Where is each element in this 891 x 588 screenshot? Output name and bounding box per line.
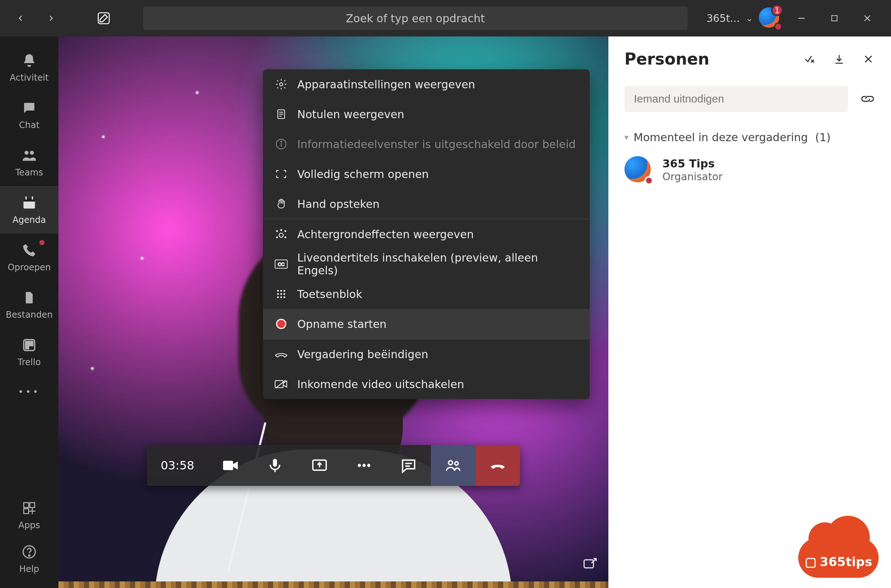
svg-rect-19: [584, 560, 594, 568]
svg-point-40: [280, 293, 282, 295]
minimize-button[interactable]: [785, 5, 818, 32]
mic-toggle-button[interactable]: [253, 445, 297, 486]
in-meeting-section-header[interactable]: ▾ Momenteel in deze vergadering (1): [625, 131, 875, 144]
popout-button[interactable]: [578, 552, 602, 575]
menu-label: Apparaatinstellingen weergeven: [297, 78, 475, 91]
rail-item-help[interactable]: Help: [0, 537, 59, 581]
rail-label: Teams: [15, 167, 43, 178]
compose-button[interactable]: [90, 5, 117, 32]
svg-point-20: [280, 83, 283, 86]
copy-link-button[interactable]: [860, 92, 875, 106]
menu-item-fullscreen[interactable]: Volledig scherm openen: [263, 159, 590, 189]
manage-permissions-button[interactable]: [803, 52, 817, 66]
menu-label: Notulen weergeven: [297, 108, 404, 121]
bell-icon: [21, 52, 38, 69]
menu-item-device-settings[interactable]: Apparaatinstellingen weergeven: [263, 69, 590, 99]
rail-item-calendar[interactable]: Agenda: [0, 186, 59, 234]
svg-point-56: [455, 462, 458, 465]
video-off-icon: [275, 378, 288, 391]
svg-point-31: [277, 237, 277, 238]
watermark-logo: ▢ 365tips: [798, 530, 879, 578]
file-icon: [21, 289, 38, 306]
call-toolbar: 03:58: [147, 445, 520, 486]
hangup-button[interactable]: [476, 445, 520, 486]
menu-item-end-meeting[interactable]: Vergadering beëindigen: [263, 339, 590, 369]
decorative-strip: [59, 581, 608, 588]
rail-item-files[interactable]: Bestanden: [0, 281, 59, 328]
help-icon: [21, 543, 38, 560]
app-rail: Activiteit Chat Teams Agenda Oproepen: [0, 36, 59, 588]
rail-label: Agenda: [12, 215, 46, 225]
svg-rect-8: [23, 198, 35, 202]
svg-point-55: [449, 461, 452, 465]
more-actions-button[interactable]: [342, 445, 386, 486]
share-screen-button[interactable]: [297, 445, 342, 486]
notification-badge: 1: [771, 4, 783, 16]
rail-item-apps[interactable]: Apps: [0, 493, 59, 537]
account-short-label: 365t...: [707, 12, 740, 24]
svg-point-33: [281, 230, 282, 231]
svg-line-46: [276, 380, 286, 388]
menu-label: Toetsenblok: [297, 288, 362, 301]
menu-label: Vergadering beëindigen: [297, 348, 428, 361]
video-stage: Apparaatinstellingen weergeven Notulen w…: [59, 36, 608, 588]
chat-button[interactable]: [386, 445, 431, 486]
menu-label: Informatiedeelvenster is uitgeschakeld d…: [297, 138, 576, 151]
rail-label: Activiteit: [10, 73, 48, 83]
svg-rect-14: [24, 502, 29, 507]
titlebar: Zoek of typ een opdracht 365t... ⌄ 1: [0, 0, 891, 36]
section-label: Momenteel in deze vergadering: [634, 131, 808, 144]
nav-back-button[interactable]: [7, 5, 34, 32]
window-controls: [785, 5, 884, 32]
account-button[interactable]: 365t... ⌄ 1: [707, 7, 781, 29]
caret-down-icon: ▾: [625, 133, 628, 142]
close-button[interactable]: [851, 5, 884, 32]
svg-rect-15: [30, 502, 35, 507]
chevron-down-icon: ⌄: [746, 13, 753, 23]
calendar-icon: [21, 194, 38, 211]
people-panel-button[interactable]: [431, 445, 476, 486]
rail-item-trello[interactable]: Trello: [0, 328, 59, 376]
svg-point-43: [280, 296, 282, 298]
keypad-icon: [275, 287, 288, 301]
menu-item-disable-incoming-video[interactable]: Inkomende video uitschakelen: [263, 369, 590, 399]
apps-icon: [21, 500, 38, 516]
invite-input[interactable]: [625, 86, 848, 112]
menu-item-raise-hand[interactable]: Hand opsteken: [263, 189, 590, 219]
close-panel-button[interactable]: [862, 52, 875, 66]
svg-point-5: [24, 151, 29, 154]
menu-item-start-recording[interactable]: Opname starten: [263, 309, 590, 339]
rail-label: Apps: [18, 520, 40, 530]
menu-label: Inkomende video uitschakelen: [297, 378, 464, 391]
attendee-row[interactable]: 365 Tips Organisator: [625, 156, 875, 184]
maximize-button[interactable]: [818, 5, 851, 32]
menu-item-info-disabled: Informatiedeelvenster is uitgeschakeld d…: [263, 129, 590, 159]
rail-item-chat[interactable]: Chat: [0, 91, 59, 139]
svg-point-50: [358, 464, 361, 467]
rail-item-activity[interactable]: Activiteit: [0, 44, 59, 91]
hand-icon: [275, 197, 288, 210]
svg-point-52: [367, 464, 370, 467]
svg-point-37: [280, 290, 282, 292]
search-input[interactable]: Zoek of typ een opdracht: [143, 7, 688, 30]
svg-point-38: [283, 290, 285, 292]
avatar[interactable]: 1: [759, 7, 781, 29]
menu-item-live-captions[interactable]: CC Liveondertitels inschakelen (preview,…: [263, 249, 590, 279]
nav-forward-button[interactable]: [38, 5, 64, 32]
svg-point-41: [283, 293, 285, 295]
rail-label: Trello: [18, 357, 41, 368]
menu-label: Liveondertitels inschakelen (preview, al…: [297, 251, 578, 277]
camera-toggle-button[interactable]: [208, 445, 253, 486]
cc-icon: CC: [275, 258, 288, 271]
menu-item-meeting-notes[interactable]: Notulen weergeven: [263, 99, 590, 129]
record-icon: [275, 317, 288, 330]
rail-item-calls[interactable]: Oproepen: [0, 234, 59, 281]
rail-more-button[interactable]: •••: [0, 376, 59, 408]
svg-rect-45: [275, 381, 283, 387]
rail-item-teams[interactable]: Teams: [0, 139, 59, 186]
trello-icon: [21, 337, 38, 354]
menu-item-keypad[interactable]: Toetsenblok: [263, 279, 590, 309]
download-attendees-button[interactable]: [832, 52, 846, 66]
menu-item-background-effects[interactable]: Achtergrondeffecten weergeven: [263, 219, 590, 249]
call-timer: 03:58: [147, 445, 208, 486]
